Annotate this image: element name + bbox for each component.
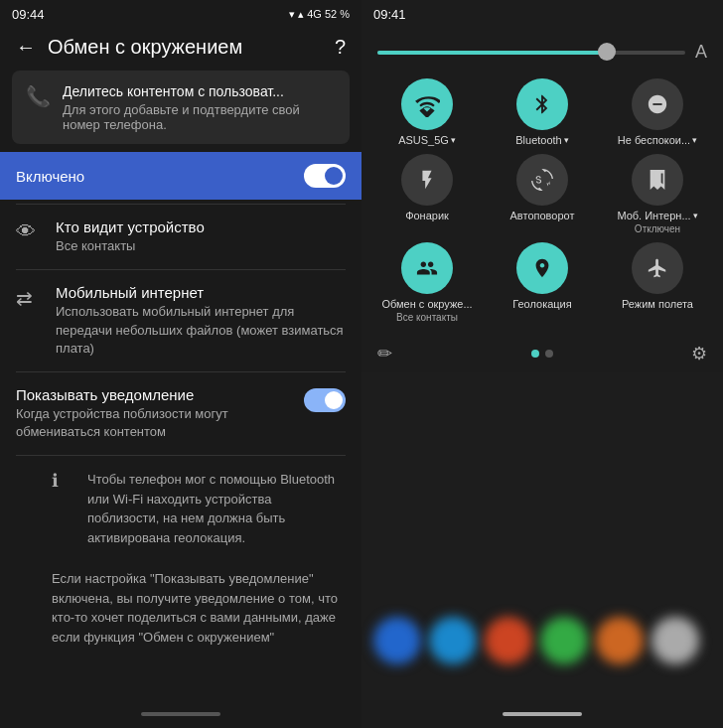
eye-icon: 👁 bbox=[16, 220, 40, 243]
wifi-label: ASUS_5G bbox=[398, 134, 449, 146]
mobile-data-setting[interactable]: ⇄ Мобильный интернет Использовать мобиль… bbox=[0, 270, 362, 371]
enabled-toggle-row[interactable]: Включено bbox=[0, 152, 362, 200]
banner-sub: Для этого добавьте и подтвердите свой но… bbox=[63, 102, 336, 132]
tile-flashlight[interactable]: Фонарик bbox=[373, 154, 481, 234]
brightness-track[interactable] bbox=[377, 51, 685, 55]
notif-circle-6 bbox=[651, 617, 699, 664]
edit-icon[interactable]: ✏ bbox=[377, 343, 392, 364]
transfer-icon: ⇄ bbox=[16, 286, 40, 310]
status-bar-right: 09:41 bbox=[362, 0, 723, 28]
info-block-1: ℹ Чтобы телефон мог с помощью Bluetooth … bbox=[0, 456, 362, 561]
dot-1 bbox=[531, 350, 539, 358]
tile-dnd[interactable]: Не беспокои... ▾ bbox=[604, 78, 711, 146]
page-dots bbox=[531, 350, 553, 358]
settings-icon[interactable]: ⚙ bbox=[691, 343, 707, 364]
notif-circle-1 bbox=[373, 617, 421, 664]
notification-toggle[interactable] bbox=[304, 388, 346, 412]
left-nav-bar bbox=[0, 700, 362, 728]
toggle-label: Включено bbox=[16, 168, 84, 185]
left-status-time: 09:44 bbox=[12, 7, 45, 22]
qs-bottom-bar: ✏ ⚙ bbox=[362, 335, 723, 372]
mobile-data-title: Мобильный интернет bbox=[56, 284, 346, 301]
back-icon[interactable]: ← bbox=[16, 36, 36, 59]
nearby-label: Обмен с окруже... bbox=[381, 298, 472, 310]
page-title: Обмен с окружением bbox=[48, 36, 323, 59]
mobile-data-icon-circle[interactable] bbox=[632, 154, 683, 206]
right-nav-pill bbox=[503, 712, 582, 716]
who-sees-title: Кто видит устройство bbox=[56, 218, 205, 235]
who-sees-subtitle: Все контакты bbox=[56, 237, 205, 255]
phone-icon: 📞 bbox=[26, 84, 51, 108]
notification-setting[interactable]: Показывать уведомление Когда устройства … bbox=[0, 372, 362, 455]
wifi-arrow: ▾ bbox=[451, 135, 456, 145]
info-block-2: Если настройка "Показывать уведомление" … bbox=[0, 561, 362, 655]
right-panel: 09:41 A ASUS_5G ▾ Bluetooth bbox=[362, 0, 723, 728]
tile-autorotate[interactable]: Автоповорот bbox=[489, 154, 596, 234]
wifi-icon-circle[interactable] bbox=[401, 78, 453, 130]
banner-main: Делитесь контентом с пользоват... bbox=[63, 82, 336, 100]
left-status-icons: ▾ ▴ 4G 52 % bbox=[289, 8, 350, 21]
tile-wifi[interactable]: ASUS_5G ▾ bbox=[373, 78, 481, 146]
notification-blur bbox=[362, 601, 723, 680]
brightness-thumb[interactable] bbox=[598, 43, 616, 61]
dnd-icon-circle[interactable] bbox=[632, 78, 683, 130]
mobile-data-label: Моб. Интерн... bbox=[617, 210, 690, 221]
info-icon-1: ℹ bbox=[52, 470, 72, 547]
enabled-toggle[interactable] bbox=[304, 164, 346, 188]
right-nav-bar bbox=[362, 700, 723, 728]
tile-nearby[interactable]: Обмен с окруже... Все контакты bbox=[373, 242, 481, 323]
dnd-label: Не беспокои... bbox=[618, 134, 690, 146]
who-sees-setting[interactable]: 👁 Кто видит устройство Все контакты bbox=[0, 205, 362, 269]
info-text-2: Если настройка "Показывать уведомление" … bbox=[52, 569, 346, 647]
mobile-data-subtitle: Использовать мобильный интернет для пере… bbox=[56, 303, 346, 358]
phone-banner: 📞 Делитесь контентом с пользоват... Для … bbox=[12, 71, 350, 144]
flashlight-icon-circle[interactable] bbox=[401, 154, 453, 206]
notif-circle-5 bbox=[596, 617, 644, 664]
autorotate-icon-circle[interactable] bbox=[516, 154, 568, 206]
bluetooth-label: Bluetooth bbox=[515, 134, 561, 146]
flashlight-label: Фонарик bbox=[405, 210, 449, 221]
tile-mobile-data[interactable]: Моб. Интерн... ▾ Отключен bbox=[604, 154, 711, 234]
nearby-sublabel: Все контакты bbox=[396, 312, 458, 323]
left-nav-pill bbox=[141, 712, 220, 716]
dnd-arrow: ▾ bbox=[692, 135, 697, 145]
brightness-fill bbox=[377, 51, 608, 55]
notif-circle-3 bbox=[485, 617, 532, 664]
quick-tiles: ASUS_5G ▾ Bluetooth ▾ Не беспокои... ▾ bbox=[362, 71, 723, 331]
bluetooth-arrow: ▾ bbox=[564, 135, 569, 145]
location-icon-circle[interactable] bbox=[516, 242, 568, 294]
nearby-icon-circle[interactable] bbox=[401, 242, 453, 294]
help-icon[interactable]: ? bbox=[335, 36, 346, 59]
location-label: Геолокация bbox=[512, 298, 571, 310]
brightness-row: A bbox=[362, 28, 723, 71]
top-bar: ← Обмен с окружением ? bbox=[0, 28, 362, 67]
notification-title: Показывать уведомление bbox=[16, 386, 288, 403]
left-panel: 09:44 ▾ ▴ 4G 52 % ← Обмен с окружением ?… bbox=[0, 0, 362, 728]
brightness-auto-icon[interactable]: A bbox=[695, 42, 707, 63]
phone-text: Делитесь контентом с пользоват... Для эт… bbox=[63, 82, 336, 132]
info-text-1: Чтобы телефон мог с помощью Bluetooth ил… bbox=[87, 470, 346, 547]
airplane-label: Режим полета bbox=[622, 298, 693, 310]
notification-area bbox=[362, 372, 723, 700]
tile-bluetooth[interactable]: Bluetooth ▾ bbox=[489, 78, 596, 146]
notif-circle-2 bbox=[429, 617, 477, 664]
tile-airplane[interactable]: Режим полета bbox=[604, 242, 711, 323]
mobile-data-sublabel: Отключен bbox=[635, 223, 680, 234]
airplane-icon-circle[interactable] bbox=[632, 242, 683, 294]
notification-subtitle: Когда устройства поблизости могут обмени… bbox=[16, 405, 288, 441]
autorotate-label: Автоповорот bbox=[510, 210, 575, 221]
mobile-data-arrow: ▾ bbox=[693, 211, 698, 220]
notif-circle-4 bbox=[540, 617, 588, 664]
status-bar-left: 09:44 ▾ ▴ 4G 52 % bbox=[0, 0, 362, 28]
bluetooth-icon-circle[interactable] bbox=[516, 78, 568, 130]
right-status-time: 09:41 bbox=[373, 7, 406, 22]
dot-2 bbox=[545, 350, 553, 358]
tile-location[interactable]: Геолокация bbox=[489, 242, 596, 323]
